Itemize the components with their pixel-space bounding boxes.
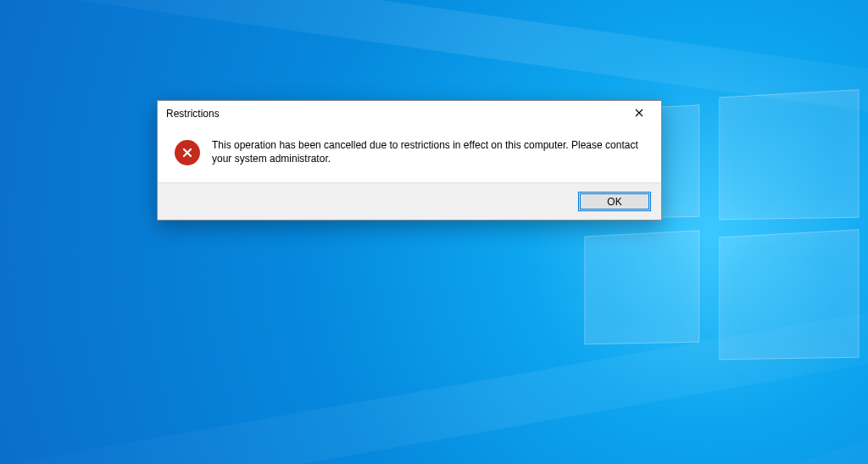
dialog-message: This operation has been cancelled due to…: [212, 138, 644, 165]
restrictions-dialog: Restrictions This operation has been can…: [157, 100, 662, 221]
close-icon: [635, 108, 643, 120]
windows-logo-pane: [719, 229, 859, 360]
close-button[interactable]: [622, 103, 656, 125]
desktop-background: Restrictions This operation has been can…: [0, 0, 868, 464]
error-icon: [175, 140, 200, 165]
dialog-body: This operation has been cancelled due to…: [158, 126, 661, 182]
dialog-footer: OK: [158, 182, 661, 220]
windows-logo-pane: [719, 89, 859, 220]
dialog-title: Restrictions: [166, 108, 220, 120]
windows-logo-pane: [584, 230, 699, 344]
dialog-titlebar[interactable]: Restrictions: [158, 101, 661, 126]
ok-button[interactable]: OK: [578, 192, 651, 211]
